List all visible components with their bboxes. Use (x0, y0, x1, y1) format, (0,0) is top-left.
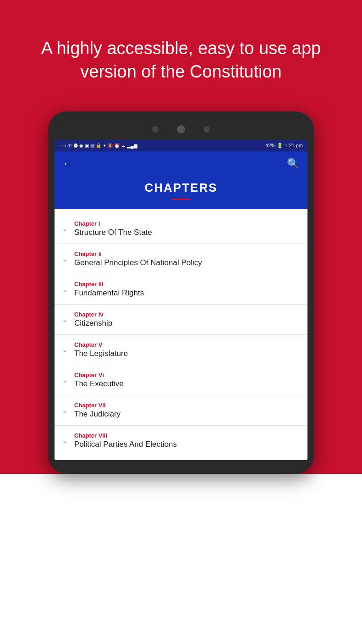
clock-time: 1:21 pm (285, 143, 303, 148)
phone-camera (177, 125, 185, 133)
chapter-name-7: The Judiciary (74, 410, 121, 419)
chapter-item-3[interactable]: ⌄ Chapter Iii Fundamental Rights (55, 274, 307, 305)
chapter-content-4: Chapter Iv Citizenship (74, 311, 112, 328)
chapter-number-5: Chapter V (74, 341, 128, 348)
chapter-name-8: Political Parties And Elections (74, 440, 177, 449)
phone-device: ··· ♪ ✆ ⌚ ◉ ▣ ▤ 🔒 ✶ 🔇 ⏰ ☁ ▂▄▆ 42% 🔋 1:21… (48, 111, 314, 474)
chapter-content-3: Chapter Iii Fundamental Rights (74, 281, 144, 298)
chevron-icon-3: ⌄ (62, 285, 68, 294)
chapter-content-1: Chapter I Structure Of The State (74, 220, 152, 237)
app-header: ← 🔍 (55, 151, 307, 176)
chapter-item-7[interactable]: ⌄ Chapter Vii The Judiciary (55, 395, 307, 426)
chapters-header: CHAPTERS (55, 176, 307, 209)
chapters-title: CHAPTERS (55, 181, 307, 195)
chapter-content-5: Chapter V The Legislature (74, 341, 128, 358)
chevron-icon-8: ⌄ (62, 436, 68, 445)
chapter-item-2[interactable]: ⌄ Chapter Ii General Principles Of Natio… (55, 244, 307, 274)
status-bar: ··· ♪ ✆ ⌚ ◉ ▣ ▤ 🔒 ✶ 🔇 ⏰ ☁ ▂▄▆ 42% 🔋 1:21… (55, 140, 307, 151)
chapter-content-7: Chapter Vii The Judiciary (74, 402, 121, 419)
chevron-icon-4: ⌄ (62, 315, 68, 324)
phone-speaker-right (203, 126, 210, 133)
chevron-icon-5: ⌄ (62, 345, 68, 354)
hero-section: A highly accessible, easy to use app ver… (0, 0, 362, 102)
chapter-content-8: Chapter Viii Political Parties And Elect… (74, 432, 177, 449)
chapter-name-2: General Principles Of National Policy (74, 258, 202, 267)
chapter-name-6: The Executive (74, 379, 124, 389)
chapter-number-1: Chapter I (74, 220, 152, 227)
chevron-icon-1: ⌄ (62, 224, 68, 233)
chapter-number-2: Chapter Ii (74, 250, 202, 257)
chapter-number-7: Chapter Vii (74, 402, 121, 409)
chapter-content-2: Chapter Ii General Principles Of Nationa… (74, 250, 202, 267)
chapter-content-6: Chapter Vi The Executive (74, 372, 124, 389)
chapter-name-1: Structure Of The State (74, 228, 152, 237)
chapter-name-5: The Legislature (74, 349, 128, 358)
notification-icons: ··· ♪ ✆ ⌚ ◉ ▣ ▤ 🔒 ✶ 🔇 ⏰ ☁ ▂▄▆ (59, 143, 137, 148)
status-icons-left: ··· ♪ ✆ ⌚ ◉ ▣ ▤ 🔒 ✶ 🔇 ⏰ ☁ ▂▄▆ (59, 143, 137, 148)
phone-wrapper: ··· ♪ ✆ ⌚ ◉ ▣ ▤ 🔒 ✶ 🔇 ⏰ ☁ ▂▄▆ 42% 🔋 1:21… (0, 102, 362, 474)
chapter-item-6[interactable]: ⌄ Chapter Vi The Executive (55, 365, 307, 395)
back-button[interactable]: ← (63, 158, 73, 170)
chapter-item-1[interactable]: ⌄ Chapter I Structure Of The State (55, 214, 307, 244)
chapters-underline (172, 199, 190, 200)
chapters-list: ⌄ Chapter I Structure Of The State ⌄ Cha… (55, 209, 307, 460)
chapter-number-4: Chapter Iv (74, 311, 112, 318)
phone-top-bar (55, 121, 307, 140)
chapter-item-5[interactable]: ⌄ Chapter V The Legislature (55, 335, 307, 365)
chapter-name-3: Fundamental Rights (74, 289, 144, 298)
search-button[interactable]: 🔍 (287, 158, 299, 170)
hero-tagline: A highly accessible, easy to use app ver… (27, 37, 335, 84)
chapter-name-4: Citizenship (74, 319, 112, 328)
phone-screen: ··· ♪ ✆ ⌚ ◉ ▣ ▤ 🔒 ✶ 🔇 ⏰ ☁ ▂▄▆ 42% 🔋 1:21… (55, 140, 307, 460)
phone-speaker (152, 126, 159, 133)
chapter-item-8[interactable]: ⌄ Chapter Viii Political Parties And Ele… (55, 426, 307, 455)
chevron-icon-2: ⌄ (62, 255, 68, 263)
chapter-number-3: Chapter Iii (74, 281, 144, 288)
battery-percent: 42% (265, 143, 275, 148)
chapter-item-4[interactable]: ⌄ Chapter Iv Citizenship (55, 305, 307, 335)
chapter-number-6: Chapter Vi (74, 372, 124, 378)
chevron-icon-7: ⌄ (62, 406, 68, 415)
chevron-icon-6: ⌄ (62, 376, 68, 384)
bottom-background (0, 474, 362, 644)
status-right-info: 42% 🔋 1:21 pm (265, 143, 303, 149)
chapter-number-8: Chapter Viii (74, 432, 177, 439)
